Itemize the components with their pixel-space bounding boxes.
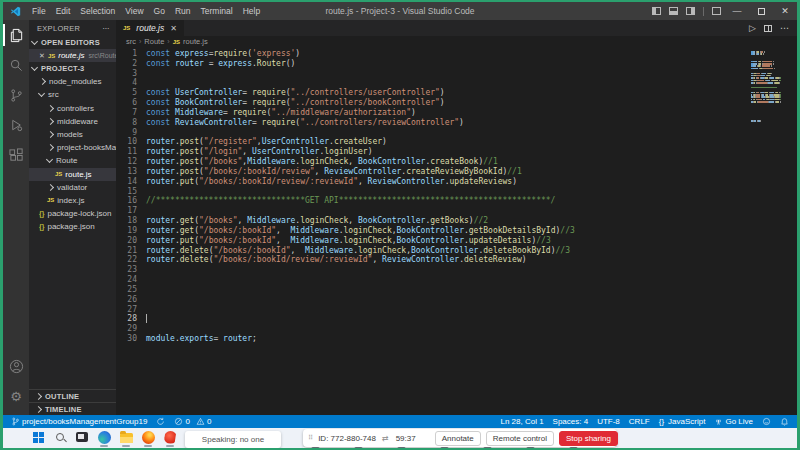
code-line-4[interactable]: 4 xyxy=(116,78,797,88)
code-line-11[interactable]: 11router.post("/login", UserController.l… xyxy=(116,147,797,157)
code-line-30[interactable]: 30module.exports= router; xyxy=(116,334,797,344)
line-number[interactable]: 17 xyxy=(116,206,146,216)
line-number[interactable]: 9 xyxy=(116,128,146,138)
menu-terminal[interactable]: Terminal xyxy=(196,6,238,16)
line-number[interactable]: 2 xyxy=(116,59,146,69)
code-line-15[interactable]: 15 xyxy=(116,187,797,197)
line-number[interactable]: 12 xyxy=(116,157,146,167)
line-number[interactable]: 29 xyxy=(116,324,146,334)
search-icon[interactable] xyxy=(3,50,29,80)
code-line-18[interactable]: 18router.get("/books", Middleware.loginC… xyxy=(116,216,797,226)
code-line-29[interactable]: 29 xyxy=(116,324,797,334)
line-number[interactable]: 15 xyxy=(116,187,146,197)
go-live-button[interactable]: Go Live xyxy=(714,417,753,426)
code-line-9[interactable]: 9 xyxy=(116,128,797,138)
menu-edit[interactable]: Edit xyxy=(51,6,76,16)
code-line-2[interactable]: 2const router = express.Router() xyxy=(116,59,797,69)
taskbar-start-icon[interactable] xyxy=(30,429,46,445)
taskbar-file-explorer-icon[interactable] xyxy=(118,429,134,445)
line-number[interactable]: 11 xyxy=(116,147,146,157)
line-number[interactable]: 30 xyxy=(116,334,146,344)
line-number[interactable]: 23 xyxy=(116,265,146,275)
toggle-secondary-sidebar-icon[interactable] xyxy=(686,7,695,15)
annotate-button[interactable]: Annotate xyxy=(435,431,481,446)
code-line-1[interactable]: 1const express=require('express') xyxy=(116,49,797,59)
tab-close-icon[interactable]: ✕ xyxy=(170,24,177,33)
editor-more-actions-icon[interactable]: ⋯ xyxy=(780,24,789,33)
folder-src[interactable]: src xyxy=(29,88,116,101)
code-line-21[interactable]: 21router.delete("/books/:bookId", Middle… xyxy=(116,246,797,256)
close-button[interactable]: ✕ xyxy=(773,2,797,20)
open-editor-item-route-js[interactable]: ✕ JS route.js src\Route xyxy=(29,49,116,62)
sync-changes-icon[interactable] xyxy=(156,417,165,426)
folder-project-booksmana-[interactable]: project-booksMana... xyxy=(29,141,116,154)
menu-help[interactable]: Help xyxy=(238,6,265,16)
menu-run[interactable]: Run xyxy=(170,6,196,16)
line-number[interactable]: 24 xyxy=(116,275,146,285)
breadcrumb-item-route[interactable]: Route xyxy=(144,37,164,46)
close-editor-icon[interactable]: ✕ xyxy=(39,52,45,60)
line-number[interactable]: 16 xyxy=(116,196,146,206)
folder-node-modules[interactable]: node_modules xyxy=(29,75,116,88)
timeline-section[interactable]: TIMELINE xyxy=(29,402,116,415)
line-number[interactable]: 3 xyxy=(116,69,146,79)
line-number[interactable]: 26 xyxy=(116,295,146,305)
remote-control-button[interactable]: Remote control xyxy=(486,431,554,446)
breadcrumb[interactable]: src›Route›JSroute.js xyxy=(116,36,797,47)
open-editors-header[interactable]: OPEN EDITORS xyxy=(29,36,116,49)
account-icon[interactable] xyxy=(3,351,29,381)
line-number[interactable]: 4 xyxy=(116,78,146,88)
swap-icon[interactable]: ⇄ xyxy=(382,434,389,443)
file-package-json[interactable]: {}package.json xyxy=(29,220,116,233)
line-number[interactable]: 18 xyxy=(116,216,146,226)
code-line-6[interactable]: 6const BookController= require("../contr… xyxy=(116,98,797,108)
toggle-panel-icon[interactable] xyxy=(669,7,678,15)
cursor-position[interactable]: Ln 28, Col 1 xyxy=(500,417,543,426)
line-number[interactable]: 13 xyxy=(116,167,146,177)
notifications-bell-icon[interactable] xyxy=(780,417,789,426)
code-line-17[interactable]: 17 xyxy=(116,206,797,216)
line-number[interactable]: 27 xyxy=(116,305,146,315)
taskbar-red-app-icon[interactable] xyxy=(162,429,178,445)
code-line-28[interactable]: 28 xyxy=(116,314,797,324)
line-number[interactable]: 10 xyxy=(116,137,146,147)
code-line-10[interactable]: 10router.post("/register",UserController… xyxy=(116,137,797,147)
line-number[interactable]: 25 xyxy=(116,285,146,295)
stop-sharing-button[interactable]: Stop sharing xyxy=(559,431,618,446)
problems-indicator[interactable]: 0 0 xyxy=(174,417,211,426)
project-root-header[interactable]: PROJECT-3 xyxy=(29,62,116,75)
line-number[interactable]: 28 xyxy=(116,314,146,324)
code-line-20[interactable]: 20router.put("/books/:bookId", Middlewar… xyxy=(116,236,797,246)
line-number[interactable]: 21 xyxy=(116,246,146,256)
code-line-23[interactable]: 23 xyxy=(116,265,797,275)
code-line-8[interactable]: 8const ReviewController= require("../con… xyxy=(116,118,797,128)
folder-controllers[interactable]: controllers xyxy=(29,102,116,115)
line-number[interactable]: 14 xyxy=(116,177,146,187)
maximize-button[interactable] xyxy=(749,2,773,20)
code-line-7[interactable]: 7const Middleware= require("../middlewar… xyxy=(116,108,797,118)
code-editor[interactable]: 1const express=require('express')2const … xyxy=(116,47,797,415)
encoding[interactable]: UTF-8 xyxy=(597,417,620,426)
language-mode[interactable]: {}JavaScript xyxy=(659,417,706,426)
menu-file[interactable]: File xyxy=(27,6,51,16)
code-line-3[interactable]: 3 xyxy=(116,69,797,79)
drag-handle-icon[interactable]: ⠿ xyxy=(308,434,314,442)
tab-route-js[interactable]: JS route.js ✕ xyxy=(116,20,184,36)
minimap[interactable] xyxy=(751,51,781,123)
code-line-25[interactable]: 25 xyxy=(116,285,797,295)
menu-view[interactable]: View xyxy=(120,6,148,16)
customize-layout-icon[interactable] xyxy=(712,7,721,15)
folder-validator[interactable]: validator xyxy=(29,181,116,194)
line-number[interactable]: 20 xyxy=(116,236,146,246)
taskbar-search-icon[interactable] xyxy=(52,429,68,445)
code-line-16[interactable]: 16//*******************************GET A… xyxy=(116,196,797,206)
code-line-14[interactable]: 14router.put("/books/:bookId/review/:rev… xyxy=(116,177,797,187)
extensions-icon[interactable] xyxy=(3,140,29,170)
file-index-js[interactable]: JSindex.js xyxy=(29,194,116,207)
code-line-22[interactable]: 22router.delete("/books/:bookId/review/:… xyxy=(116,255,797,265)
explorer-more-actions-icon[interactable]: ⋯ xyxy=(102,24,110,33)
menu-go[interactable]: Go xyxy=(149,6,170,16)
menu-selection[interactable]: Selection xyxy=(75,6,120,16)
explorer-icon[interactable] xyxy=(3,20,29,50)
source-control-icon[interactable] xyxy=(3,80,29,110)
